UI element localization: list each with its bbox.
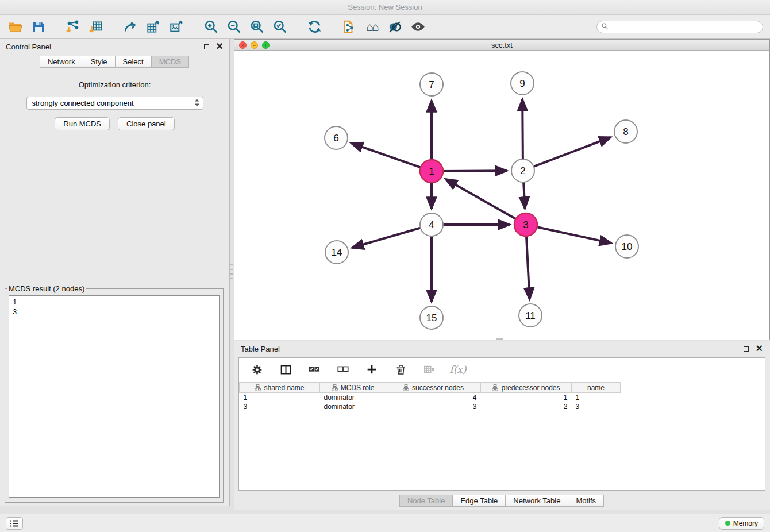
table-toolbar: f(x) <box>239 358 765 381</box>
mcds-result-line: 1 <box>13 297 215 307</box>
graph-node-label-1: 1 <box>429 166 434 177</box>
tab-style[interactable]: Style <box>83 56 116 68</box>
float-panel-icon[interactable] <box>204 44 209 49</box>
memory-button-label: Memory <box>733 519 758 527</box>
minimize-window-icon[interactable]: − <box>251 41 258 49</box>
graph-edge-1-2[interactable] <box>442 171 507 171</box>
close-table-panel-icon[interactable]: ✕ <box>756 344 763 353</box>
network-canvas[interactable]: 7968124314101511 <box>234 51 769 340</box>
graph-edge-3-1[interactable] <box>445 179 517 219</box>
mcds-result-group: MCDS result (2 nodes) 1 3 <box>5 284 224 503</box>
run-mcds-button[interactable]: Run MCDS <box>55 117 110 130</box>
graph-edge-2-3[interactable] <box>523 181 525 209</box>
graph-edge-2-8[interactable] <box>533 137 611 167</box>
window-title: Session: New Session <box>348 3 422 11</box>
mcds-result-line: 3 <box>13 307 215 317</box>
memory-status-icon <box>725 521 730 526</box>
import-table-icon[interactable] <box>87 18 105 36</box>
export-image-icon[interactable] <box>168 18 185 36</box>
graph-node-label-7: 7 <box>429 79 434 90</box>
graph-edge-2-9[interactable] <box>522 99 523 160</box>
split-column-icon[interactable] <box>277 361 294 378</box>
select-all-icon[interactable] <box>306 361 323 378</box>
column-header-mcds-role[interactable]: MCDS role <box>320 383 386 393</box>
tab-edge-table[interactable]: Edge Table <box>452 495 506 507</box>
show-graphics-details-icon[interactable] <box>409 18 426 36</box>
graph-node-label-4: 4 <box>429 219 434 230</box>
table-row[interactable]: 3 dominator 3 2 3 <box>240 402 621 411</box>
graph-edge-1-6[interactable] <box>351 143 422 168</box>
column-header-predecessor-nodes[interactable]: predecessor nodes <box>481 383 572 393</box>
panel-splitter-handle[interactable] <box>230 264 233 280</box>
mcds-result-title: MCDS result (2 nodes) <box>7 284 86 293</box>
share-document-icon[interactable] <box>340 18 357 36</box>
control-panel-title: Control Panel <box>6 43 51 51</box>
table-panel-tabs: Node Table Edge Table Network Table Moti… <box>234 495 770 507</box>
column-header-shared-name[interactable]: shared name <box>240 383 320 393</box>
network-window-titlebar[interactable]: × − + scc.txt <box>234 40 769 51</box>
function-builder-icon[interactable]: f(x) <box>449 361 467 378</box>
memory-button[interactable]: Memory <box>719 517 764 530</box>
zoom-out-icon[interactable] <box>225 18 242 36</box>
import-network-icon[interactable] <box>64 18 82 36</box>
export-network-icon[interactable] <box>122 18 139 36</box>
graph-node-label-10: 10 <box>622 241 633 252</box>
export-table-icon[interactable] <box>145 18 162 36</box>
fit-content-icon[interactable] <box>248 18 265 36</box>
delete-row-icon[interactable] <box>392 361 409 378</box>
column-header-successor-nodes[interactable]: successor nodes <box>386 383 481 393</box>
maximize-window-icon[interactable]: + <box>262 41 270 49</box>
refresh-view-icon[interactable] <box>306 18 323 36</box>
tab-network[interactable]: Network <box>40 56 83 68</box>
graph-node-label-8: 8 <box>623 126 628 137</box>
window-resize-handle[interactable] <box>496 338 503 340</box>
unselect-all-icon[interactable] <box>334 361 352 378</box>
graph-node-label-3: 3 <box>523 219 528 230</box>
column-header-name[interactable]: name <box>572 383 621 393</box>
network-window-title: scc.txt <box>491 41 513 49</box>
graph-edge-3-10[interactable] <box>536 227 611 243</box>
network-overview-icon[interactable]: ⌂⌂ <box>363 18 380 36</box>
search-field[interactable] <box>596 21 763 33</box>
tab-motifs[interactable]: Motifs <box>568 495 604 507</box>
table-panel-title: Table Panel <box>241 345 280 353</box>
control-panel: Control Panel ✕ Network Style Select MCD… <box>0 39 230 506</box>
dropdown-value: strongly connected component <box>32 99 194 107</box>
tab-select[interactable]: Select <box>115 56 152 68</box>
node-table: shared name MCDS role successor nodes pr… <box>239 382 621 411</box>
tab-mcds[interactable]: MCDS <box>151 56 189 68</box>
add-row-icon[interactable] <box>363 361 380 378</box>
save-session-icon[interactable] <box>30 18 47 36</box>
table-row[interactable]: 1 dominator 4 1 1 <box>240 393 621 402</box>
status-bar: Memory <box>0 514 770 532</box>
network-view-window: × − + scc.txt 7968124314101511 <box>234 39 770 340</box>
graph-node-label-6: 6 <box>333 133 338 144</box>
graph-node-label-2: 2 <box>520 165 525 176</box>
graph-node-label-9: 9 <box>519 78 525 89</box>
apply-style-icon[interactable] <box>386 18 403 36</box>
open-file-icon[interactable] <box>7 18 24 36</box>
optimization-criterion-dropdown[interactable]: strongly connected component <box>26 97 203 110</box>
table-panel: Table Panel ✕ <box>234 341 770 510</box>
float-table-panel-icon[interactable] <box>744 346 749 352</box>
tab-network-table[interactable]: Network Table <box>505 495 568 507</box>
graph-edge-3-11[interactable] <box>526 235 530 299</box>
close-window-icon[interactable]: × <box>239 41 247 49</box>
window-titlebar: Session: New Session <box>0 0 770 15</box>
network-graph: 7968124314101511 <box>234 51 769 340</box>
graph-node-label-15: 15 <box>426 313 437 323</box>
graph-edge-4-14[interactable] <box>352 228 422 248</box>
search-input[interactable] <box>611 22 759 32</box>
control-panel-tabs: Network Style Select MCDS <box>0 56 229 68</box>
tab-node-table[interactable]: Node Table <box>399 495 453 507</box>
zoom-in-icon[interactable] <box>202 18 220 36</box>
delete-column-icon[interactable] <box>421 361 438 378</box>
close-panel-button[interactable]: Close panel <box>118 117 175 130</box>
task-history-button[interactable] <box>6 517 23 530</box>
close-panel-icon[interactable]: ✕ <box>216 42 224 51</box>
zoom-selected-icon[interactable] <box>271 18 288 36</box>
table-settings-icon[interactable] <box>248 361 265 378</box>
graph-node-label-11: 11 <box>525 310 536 321</box>
graph-node-label-14: 14 <box>332 247 342 258</box>
mcds-result-box[interactable]: 1 3 <box>9 295 220 498</box>
